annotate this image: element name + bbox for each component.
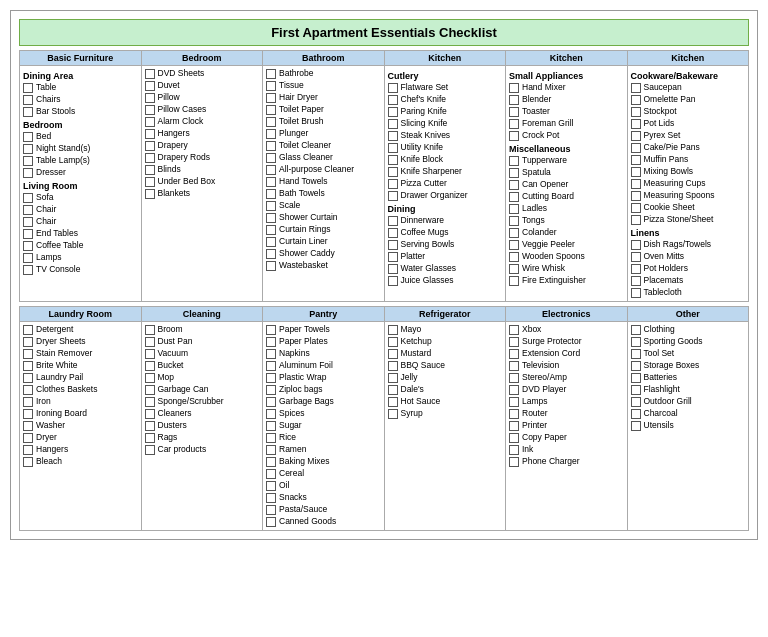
checkbox[interactable] [145,129,155,139]
checkbox[interactable] [23,361,33,371]
checkbox[interactable] [266,153,276,163]
checkbox[interactable] [266,421,276,431]
checkbox[interactable] [509,373,519,383]
checkbox[interactable] [23,132,33,142]
checkbox[interactable] [266,129,276,139]
checkbox[interactable] [631,325,641,335]
checkbox[interactable] [388,373,398,383]
checkbox[interactable] [631,95,641,105]
checkbox[interactable] [145,153,155,163]
checkbox[interactable] [266,361,276,371]
checkbox[interactable] [266,165,276,175]
checkbox[interactable] [509,216,519,226]
checkbox[interactable] [23,193,33,203]
checkbox[interactable] [509,192,519,202]
checkbox[interactable] [266,189,276,199]
checkbox[interactable] [631,373,641,383]
checkbox[interactable] [631,167,641,177]
checkbox[interactable] [631,337,641,347]
checkbox[interactable] [23,168,33,178]
checkbox[interactable] [23,445,33,455]
checkbox[interactable] [266,201,276,211]
checkbox[interactable] [509,107,519,117]
checkbox[interactable] [266,105,276,115]
checkbox[interactable] [388,107,398,117]
checkbox[interactable] [388,240,398,250]
checkbox[interactable] [145,349,155,359]
checkbox[interactable] [509,228,519,238]
checkbox[interactable] [266,445,276,455]
checkbox[interactable] [266,385,276,395]
checkbox[interactable] [145,141,155,151]
checkbox[interactable] [388,252,398,262]
checkbox[interactable] [266,69,276,79]
checkbox[interactable] [23,325,33,335]
checkbox[interactable] [23,241,33,251]
checkbox[interactable] [509,168,519,178]
checkbox[interactable] [23,433,33,443]
checkbox[interactable] [145,117,155,127]
checkbox[interactable] [23,205,33,215]
checkbox[interactable] [23,265,33,275]
checkbox[interactable] [266,237,276,247]
checkbox[interactable] [631,385,641,395]
checkbox[interactable] [509,337,519,347]
checkbox[interactable] [23,421,33,431]
checkbox[interactable] [266,397,276,407]
checkbox[interactable] [388,155,398,165]
checkbox[interactable] [266,457,276,467]
checkbox[interactable] [145,81,155,91]
checkbox[interactable] [388,337,398,347]
checkbox[interactable] [145,409,155,419]
checkbox[interactable] [631,131,641,141]
checkbox[interactable] [509,204,519,214]
checkbox[interactable] [388,95,398,105]
checkbox[interactable] [509,421,519,431]
checkbox[interactable] [23,107,33,117]
checkbox[interactable] [631,143,641,153]
checkbox[interactable] [509,433,519,443]
checkbox[interactable] [266,249,276,259]
checkbox[interactable] [23,397,33,407]
checkbox[interactable] [631,215,641,225]
checkbox[interactable] [388,228,398,238]
checkbox[interactable] [509,409,519,419]
checkbox[interactable] [266,505,276,515]
checkbox[interactable] [631,83,641,93]
checkbox[interactable] [23,156,33,166]
checkbox[interactable] [145,373,155,383]
checkbox[interactable] [266,177,276,187]
checkbox[interactable] [509,252,519,262]
checkbox[interactable] [23,229,33,239]
checkbox[interactable] [266,481,276,491]
checkbox[interactable] [509,95,519,105]
checkbox[interactable] [631,397,641,407]
checkbox[interactable] [631,240,641,250]
checkbox[interactable] [266,493,276,503]
checkbox[interactable] [631,421,641,431]
checkbox[interactable] [388,143,398,153]
checkbox[interactable] [266,117,276,127]
checkbox[interactable] [388,179,398,189]
checkbox[interactable] [266,93,276,103]
checkbox[interactable] [388,349,398,359]
checkbox[interactable] [145,69,155,79]
checkbox[interactable] [23,217,33,227]
checkbox[interactable] [509,445,519,455]
checkbox[interactable] [631,155,641,165]
checkbox[interactable] [266,409,276,419]
checkbox[interactable] [145,397,155,407]
checkbox[interactable] [145,385,155,395]
checkbox[interactable] [266,261,276,271]
checkbox[interactable] [266,325,276,335]
checkbox[interactable] [145,165,155,175]
checkbox[interactable] [509,349,519,359]
checkbox[interactable] [145,421,155,431]
checkbox[interactable] [388,276,398,286]
checkbox[interactable] [631,349,641,359]
checkbox[interactable] [266,225,276,235]
checkbox[interactable] [266,141,276,151]
checkbox[interactable] [631,361,641,371]
checkbox[interactable] [509,276,519,286]
checkbox[interactable] [509,397,519,407]
